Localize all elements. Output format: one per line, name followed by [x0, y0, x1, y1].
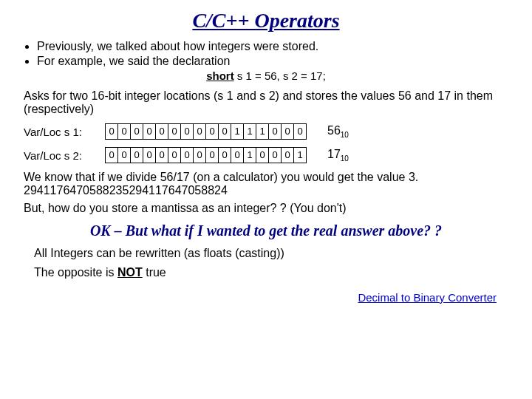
row2-decimal: 1710 [327, 148, 349, 163]
bit-cell: 0 [168, 123, 181, 140]
row1-bits: 0 0 0 0 0 0 0 0 0 0 1 1 1 0 0 0 [105, 123, 307, 140]
bit-cell: 0 [180, 147, 194, 163]
bit-cell: 0 [105, 147, 118, 163]
divide-text: We know that if we divide 56/17 (on a ca… [24, 171, 508, 197]
bit-cell: 0 [231, 147, 244, 163]
row2-dec-base: 10 [341, 154, 349, 163]
slide: C/C++ Operators Previously, we talked ab… [0, 0, 532, 313]
mantissa-question: But, how do you store a mantissa as an i… [24, 202, 508, 215]
bit-cell: 1 [243, 147, 256, 163]
opposite-post: true [143, 266, 166, 279]
bit-cell: 0 [130, 123, 143, 140]
intro-list: Previously, we talked about how integers… [21, 40, 511, 68]
bit-cell: 1 [256, 123, 269, 140]
bit-cell: 0 [268, 123, 282, 140]
bit-cell: 0 [180, 123, 194, 140]
opposite-not: NOT [117, 266, 143, 279]
opposite-line: The opposite is NOT true [34, 266, 511, 279]
bit-cell: 0 [193, 147, 206, 163]
bit-cell: 0 [130, 147, 143, 163]
bit-cell: 0 [205, 123, 219, 140]
row1-dec-base: 10 [341, 131, 349, 139]
bit-cell: 0 [155, 123, 168, 140]
row2-dec-val: 17 [327, 148, 341, 160]
page-title: C/C++ Operators [21, 9, 511, 33]
bits-row-1: Var/Loc s 1: 0 0 0 0 0 0 0 0 0 0 1 1 1 0… [24, 123, 508, 140]
bit-cell: 0 [281, 147, 294, 163]
row1-dec-val: 56 [327, 124, 341, 137]
bit-cell: 0 [105, 123, 118, 140]
bit-cell: 0 [205, 147, 219, 163]
asks-text: Asks for two 16-bit integer locations (s… [24, 89, 508, 116]
bit-cell: 1 [243, 123, 256, 140]
opposite-pre: The opposite is [34, 266, 117, 279]
bit-cell: 0 [281, 123, 294, 140]
decl-keyword: short [206, 69, 234, 82]
row2-label: Var/Loc s 2: [24, 149, 105, 162]
bit-cell: 0 [293, 123, 307, 140]
cast-line: All Integers can be rewritten (as floats… [34, 247, 511, 260]
bit-cell: 0 [117, 123, 131, 140]
bullet-2: For example, we said the declaration [37, 55, 511, 68]
row1-decimal: 5610 [327, 124, 349, 139]
declaration-line: short s 1 = 56, s 2 = 17; [21, 69, 511, 82]
bit-cell: 0 [218, 123, 231, 140]
ok-question: OK – But what if I wanted to get the rea… [21, 222, 511, 239]
decl-rest: s 1 = 56, s 2 = 17; [234, 69, 326, 82]
bit-cell: 0 [268, 147, 282, 163]
bit-cell: 0 [193, 123, 206, 140]
row2-bits: 0 0 0 0 0 0 0 0 0 0 0 1 0 0 0 1 [105, 147, 307, 163]
bit-cell: 1 [231, 123, 244, 140]
bit-cell: 0 [168, 147, 181, 163]
bit-cell: 1 [293, 147, 307, 163]
bit-cell: 0 [155, 147, 168, 163]
row1-label: Var/Loc s 1: [24, 126, 105, 138]
bit-cell: 0 [143, 147, 156, 163]
bullet-1: Previously, we talked about how integers… [37, 40, 511, 53]
bits-row-2: Var/Loc s 2: 0 0 0 0 0 0 0 0 0 0 0 1 0 0… [24, 147, 508, 163]
bit-cell: 0 [256, 147, 269, 163]
bit-cell: 0 [117, 147, 131, 163]
converter-link[interactable]: Decimal to Binary Converter [21, 291, 497, 304]
bit-cell: 0 [143, 123, 156, 140]
bit-cell: 0 [218, 147, 231, 163]
